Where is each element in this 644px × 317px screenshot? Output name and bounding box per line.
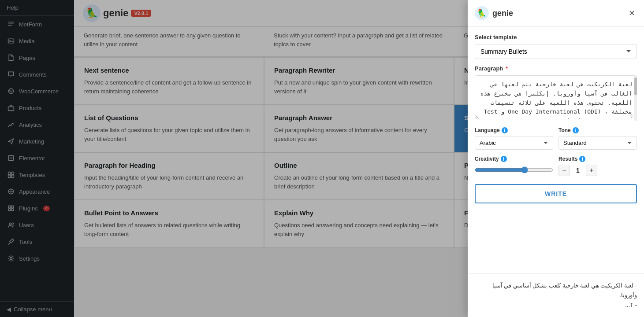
tone-select[interactable]: Standard Formal Casual Professional	[558, 136, 637, 150]
creativity-info-icon[interactable]: i	[501, 156, 507, 162]
results-value: 1	[573, 167, 582, 174]
language-label: Language i	[475, 127, 553, 133]
results-increment-button[interactable]: +	[586, 165, 597, 176]
results-control: − 1 +	[558, 165, 637, 176]
paragraph-textarea[interactable]: لعبة الكريكيت هي لعبة خارجية يتم لعبها ف…	[475, 75, 637, 119]
dim-overlay[interactable]	[0, 0, 468, 317]
output-text: - لعبة الكريكيت هي لعبة خارجية تُلعب بشك…	[492, 282, 637, 299]
paragraph-label: Paragraph *	[475, 65, 637, 72]
template-select[interactable]: Summary Bullets	[475, 44, 637, 59]
results-info-icon[interactable]: i	[579, 156, 585, 162]
expand-icon: ⇕	[629, 114, 633, 119]
results-label: Results i	[558, 156, 637, 162]
creativity-results-row: Creativity i Results i − 1 +	[475, 156, 637, 176]
output-section: - لعبة الكريكيت هي لعبة خارجية تُلعب بشك…	[468, 273, 644, 317]
panel-bird-icon: 🦜	[475, 6, 489, 20]
select-template-label: Select template	[475, 34, 637, 41]
tone-label: Tone i	[558, 127, 637, 133]
textarea-scrollbar	[634, 75, 637, 121]
textarea-wrapper: لعبة الكريكيت هي لعبة خارجية يتم لعبها ف…	[475, 75, 637, 121]
panel-close-button[interactable]: ✕	[627, 7, 637, 20]
creativity-label: Creativity i	[475, 156, 553, 162]
tone-col: Tone i Standard Formal Casual Profession…	[558, 127, 637, 150]
language-col: Language i Arabic English French Spanish	[475, 127, 553, 150]
results-decrement-button[interactable]: −	[558, 165, 570, 176]
tone-info-icon[interactable]: i	[573, 127, 579, 133]
output-text2: - T...	[625, 302, 637, 308]
language-select[interactable]: Arabic English French Spanish	[475, 136, 553, 150]
scroll-thumb	[634, 77, 637, 95]
genie-panel: 🦜 genie ✕ Select template Summary Bullet…	[468, 0, 644, 317]
language-info-icon[interactable]: i	[502, 127, 508, 133]
required-asterisk: *	[506, 65, 508, 72]
panel-logo: 🦜 genie	[475, 6, 513, 20]
creativity-col: Creativity i	[475, 156, 553, 176]
write-button[interactable]: WRITE	[475, 184, 637, 203]
panel-header: 🦜 genie ✕	[468, 0, 644, 27]
results-col: Results i − 1 +	[558, 156, 637, 176]
template-section: Select template Summary Bullets	[475, 34, 637, 59]
paragraph-section: Paragraph * لعبة الكريكيت هي لعبة خارجية…	[475, 65, 637, 121]
panel-body: Select template Summary Bullets Paragrap…	[468, 27, 644, 273]
creativity-slider[interactable]	[475, 166, 553, 173]
language-tone-row: Language i Arabic English French Spanish…	[475, 127, 637, 150]
panel-logo-text: genie	[492, 9, 513, 18]
